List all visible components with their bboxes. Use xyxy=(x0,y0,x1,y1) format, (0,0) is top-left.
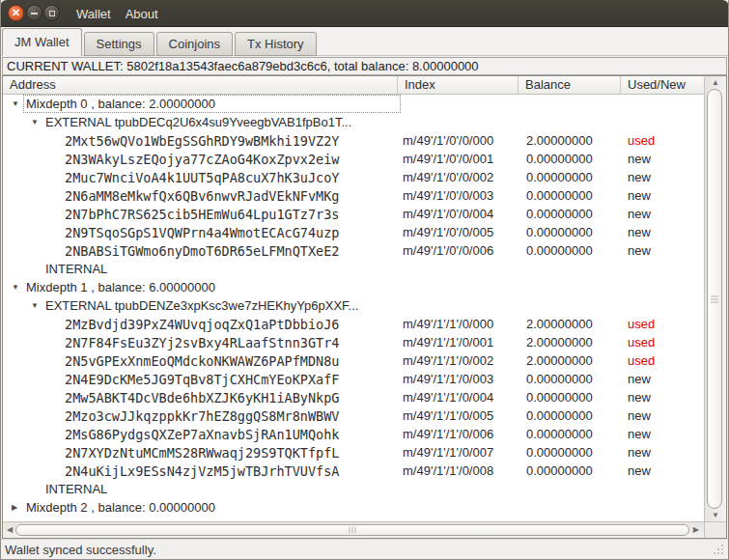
address-label: Mixdepth 0 , balance: 2.00000000 xyxy=(26,97,215,111)
tree-row[interactable]: 2N7bPhC7RS625cib5HEmWu64Lpu1GTz7r3s m/49… xyxy=(3,205,704,223)
close-icon[interactable]: ✕ xyxy=(8,5,24,21)
tree-row[interactable]: 2N9TSqoSGpS1VQWPrn4a4WmotECAcG74uzp m/49… xyxy=(3,223,704,241)
index-cell: m/49'/1'/0'/0/005 xyxy=(398,225,519,239)
tree-row[interactable]: 2NBABSiTGWmo6nyDmoT6DR65eLFMnQTXeE2 m/49… xyxy=(3,241,704,260)
tree-row[interactable]: 2Mzo3cwJJkqzppkKr7hEZ8ggQS8Mr8nWBWV m/49… xyxy=(3,406,704,425)
vertical-scrollbar-thumb[interactable] xyxy=(707,89,722,509)
index-cell: m/49'/1'/0'/0/000 xyxy=(398,133,519,148)
tree-row[interactable]: 2MzBvdjd39PxZ4WUvqjoqZxQ1aPtDbbioJ6 m/49… xyxy=(3,315,704,333)
horizontal-scrollbar-thumb[interactable] xyxy=(15,524,689,536)
address-cell: INTERNAL xyxy=(3,262,398,276)
menu-about[interactable]: About xyxy=(125,7,159,21)
column-header-balance[interactable]: Balance xyxy=(519,76,621,94)
address-cell: 2Muc7WnciVoA4k1UUT5qPA8cuX7hK3uJcoY xyxy=(3,170,398,185)
tree-row[interactable]: ▼ Mixdepth 0 , balance: 2.00000000 xyxy=(3,95,704,113)
status-cell: new xyxy=(621,445,704,460)
tab-coinjoins[interactable]: Coinjoins xyxy=(156,32,233,56)
address-label: 2Muc7WnciVoA4k1UUT5qPA8cuX7hK3uJcoY xyxy=(65,170,339,185)
address-cell: ▼ EXTERNAL tpubDECq2U6x4su9YveegbVAB1fpB… xyxy=(3,113,398,131)
address-cell: 2N4E9DcKMe5JG9TqBv8TjCXHCmYEoKPXafF xyxy=(3,372,398,387)
address-cell: 2N3WAkyLszEQojya77cZAoG4KoxZpvx2eiw xyxy=(3,152,398,167)
address-label: 2Mxt56wQVo1WbEgSSGhRDY9wBMkhi19VZ2Y xyxy=(65,133,339,149)
address-label: Mixdepth 2 , balance: 0.00000000 xyxy=(26,500,215,515)
expander-icon[interactable]: ▼ xyxy=(11,95,26,113)
tree-row[interactable]: 2N3WAkyLszEQojya77cZAoG4KoxZpvx2eiw m/49… xyxy=(3,150,704,168)
expander-icon[interactable]: ▶ xyxy=(11,498,26,517)
address-label: 2N7XYDzNtuMCmMS28RWwaqj29S9TQKTfpfL xyxy=(65,445,339,461)
current-wallet-label: CURRENT WALLET: 5802f18a13543faec6a879eb… xyxy=(2,57,727,75)
scroll-left-icon[interactable]: ◀ xyxy=(7,522,13,538)
address-cell: 2Mxt56wQVo1WbEgSSGhRDY9wBMkhi19VZ2Y xyxy=(3,133,398,149)
vertical-scrollbar[interactable]: ▲ ▼ xyxy=(704,76,726,521)
status-cell: new xyxy=(621,372,704,386)
tree-row[interactable]: 2N5vGPExXnmEoQMdckoNKWAWZ6PAPfMDN8u m/49… xyxy=(3,351,704,370)
status-bar: Wallet synced successfully. xyxy=(0,539,729,560)
tree-row[interactable]: 2MsG86PydgsQXZeP7aXnavbSjRAn1UMQohk m/49… xyxy=(3,425,704,443)
menu-bar: Wallet About xyxy=(75,0,159,27)
status-cell: used xyxy=(621,335,704,350)
tree-viewport: ▼ Mixdepth 0 , balance: 2.00000000 ▼ EXT… xyxy=(3,95,704,521)
index-cell: m/49'/1'/1'/0/007 xyxy=(398,445,519,460)
index-cell: m/49'/1'/1'/0/008 xyxy=(398,463,519,478)
address-cell: 2Mzo3cwJJkqzppkKr7hEZ8ggQS8Mr8nWBWV xyxy=(3,408,398,424)
tree-row[interactable]: 2N4uKijLx9ESsN4zjVzM5jwTBJrhTVUVfsA m/49… xyxy=(3,462,704,480)
tree-row[interactable]: 2N4E9DcKMe5JG9TqBv8TjCXHCmYEoKPXafF m/49… xyxy=(3,370,704,388)
tree-header: Address Index Balance Used/New xyxy=(3,76,704,95)
maximize-icon[interactable] xyxy=(43,5,60,21)
tree-row[interactable]: 2N7F84FsEu3ZYj2svBxy4RLaafStnn3GTr4 m/49… xyxy=(3,333,704,351)
tree-row[interactable]: INTERNAL xyxy=(3,260,704,278)
status-cell: new xyxy=(621,427,704,441)
tab-tx-history[interactable]: Tx History xyxy=(235,32,317,56)
index-cell: m/49'/1'/1'/0/003 xyxy=(398,372,519,386)
expander-icon[interactable]: ▼ xyxy=(30,296,45,315)
tab-settings[interactable]: Settings xyxy=(84,32,154,56)
scroll-up-icon[interactable]: ▲ xyxy=(705,78,726,87)
balance-cell: 2.00000000 xyxy=(519,335,621,350)
tree-row[interactable]: ▼ Mixdepth 1 , balance: 6.00000000 xyxy=(3,278,704,296)
scroll-right-icon[interactable]: ▶ xyxy=(693,522,699,538)
status-cell: new xyxy=(621,225,704,239)
menu-wallet[interactable]: Wallet xyxy=(75,7,112,21)
address-cell: ▼ Mixdepth 0 , balance: 2.00000000 xyxy=(3,95,398,113)
tree-row[interactable]: ▼ EXTERNAL tpubDECq2U6x4su9YveegbVAB1fpB… xyxy=(3,113,704,131)
expander-icon[interactable]: ▼ xyxy=(11,278,26,296)
status-cell: new xyxy=(621,408,704,423)
minimize-icon[interactable] xyxy=(26,5,42,21)
scroll-down-icon[interactable]: ▼ xyxy=(705,511,726,519)
tree-row[interactable]: INTERNAL xyxy=(3,480,704,498)
status-cell: new xyxy=(621,243,704,258)
tree-row[interactable]: 2Mxt56wQVo1WbEgSSGhRDY9wBMkhi19VZ2Y m/49… xyxy=(3,131,704,150)
balance-cell: 0.00000000 xyxy=(519,170,621,184)
address-label: 2N6aMM8eMkwfQx6QBv6nwvRJadVEkNFvMKg xyxy=(65,188,339,204)
index-cell: m/49'/1'/1'/0/001 xyxy=(398,335,519,350)
address-label: 2N7F84FsEu3ZYj2svBxy4RLaafStnn3GTr4 xyxy=(65,335,339,350)
tab-jm-wallet[interactable]: JM Wallet xyxy=(2,28,82,56)
tree-row[interactable]: 2N7XYDzNtuMCmMS28RWwaqj29S9TQKTfpfL m/49… xyxy=(3,443,704,462)
status-cell: new xyxy=(621,207,704,221)
tree-row[interactable]: 2Mw5ABKT4DcVBde6hbXZJK6yKH1iAByNkpG m/49… xyxy=(3,388,704,406)
status-cell: used xyxy=(621,133,704,148)
address-cell: 2NBABSiTGWmo6nyDmoT6DR65eLFMnQTXeE2 xyxy=(3,243,398,259)
status-cell: new xyxy=(621,390,704,405)
address-cell: 2N7XYDzNtuMCmMS28RWwaqj29S9TQKTfpfL xyxy=(3,445,398,461)
horizontal-scrollbar[interactable]: ◀ ▶ xyxy=(3,521,704,538)
address-label: EXTERNAL tpubDENZe3xpKsc3we7zHEKhyYp6pXX… xyxy=(45,298,358,313)
tree-row[interactable]: 2N6aMM8eMkwfQx6QBv6nwvRJadVEkNFvMKg m/49… xyxy=(3,186,704,205)
tree-row[interactable]: ▼ EXTERNAL tpubDENZe3xpKsc3we7zHEKhyYp6p… xyxy=(3,296,704,315)
expander-icon[interactable]: ▼ xyxy=(30,113,45,131)
status-text: Wallet synced successfully. xyxy=(5,543,156,557)
column-header-used-new[interactable]: Used/New xyxy=(621,76,704,94)
column-header-address[interactable]: Address xyxy=(3,76,398,94)
index-cell: m/49'/1'/0'/0/006 xyxy=(398,243,519,258)
address-cell: 2MsG86PydgsQXZeP7aXnavbSjRAn1UMQohk xyxy=(3,427,398,442)
resize-grip-icon[interactable] xyxy=(714,545,725,556)
address-label: 2MzBvdjd39PxZ4WUvqjoqZxQ1aPtDbbioJ6 xyxy=(65,317,339,332)
address-label: 2N9TSqoSGpS1VQWPrn4a4WmotECAcG74uzp xyxy=(65,225,339,240)
address-label: 2N4uKijLx9ESsN4zjVzM5jwTBJrhTVUVfsA xyxy=(65,463,339,479)
address-cell: 2N5vGPExXnmEoQMdckoNKWAWZ6PAPfMDN8u xyxy=(3,353,398,369)
address-label: 2N5vGPExXnmEoQMdckoNKWAWZ6PAPfMDN8u xyxy=(65,353,339,369)
tree-row[interactable]: 2Muc7WnciVoA4k1UUT5qPA8cuX7hK3uJcoY m/49… xyxy=(3,168,704,186)
index-cell: m/49'/1'/0'/0/003 xyxy=(398,188,519,203)
column-header-index[interactable]: Index xyxy=(398,76,519,94)
tree-row[interactable]: ▶ Mixdepth 2 , balance: 0.00000000 xyxy=(3,498,704,517)
